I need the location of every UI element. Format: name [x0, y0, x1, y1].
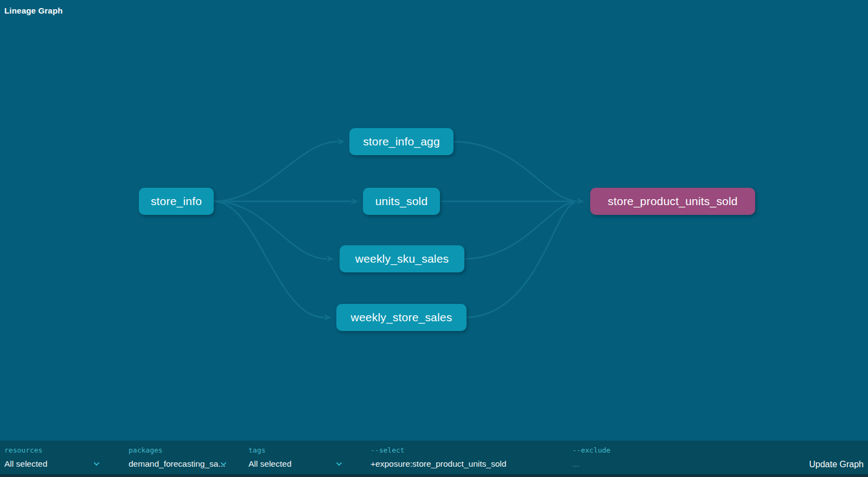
resources-dropdown[interactable]: All selected	[4, 458, 107, 469]
edge-agg-exposure	[455, 142, 574, 201]
edge-storesales-exposure	[468, 203, 574, 317]
filter-exclude: --exclude ...	[572, 446, 735, 469]
filter-select-label: --select	[371, 446, 566, 455]
filter-tags-label: tags	[248, 446, 352, 455]
select-input[interactable]: +exposure:store_product_units_sold	[371, 458, 566, 469]
page-title: Lineage Graph	[4, 6, 63, 15]
filter-packages-label: packages	[129, 446, 237, 455]
tags-dropdown-value: All selected	[248, 459, 291, 468]
chevron-down-icon	[93, 460, 100, 468]
node-weekly-store-sales[interactable]: weekly_store_sales	[336, 304, 467, 331]
packages-dropdown[interactable]: demand_forecasting_sa...	[129, 458, 237, 469]
edge-storeinfo-storesales	[214, 201, 324, 317]
filter-packages: packages demand_forecasting_sa...	[129, 446, 237, 469]
lineage-canvas[interactable]: store_info store_info_agg units_sold wee…	[0, 0, 868, 441]
edge-skusales-exposure	[465, 202, 574, 259]
resources-dropdown-value: All selected	[4, 459, 47, 468]
packages-dropdown-value: demand_forecasting_sa...	[129, 459, 225, 468]
edge-storeinfo-skusales	[214, 201, 327, 259]
filter-bar: resources All selected packages demand_f…	[0, 441, 868, 474]
exclude-input[interactable]: ...	[572, 458, 735, 469]
node-units-sold[interactable]: units_sold	[363, 188, 440, 215]
node-store-info[interactable]: store_info	[139, 188, 214, 215]
filter-resources: resources All selected	[4, 446, 107, 469]
node-store-info-agg[interactable]: store_info_agg	[349, 128, 454, 155]
node-weekly-sku-sales[interactable]: weekly_sku_sales	[340, 245, 464, 272]
filter-resources-label: resources	[4, 446, 107, 455]
bottom-strip	[0, 474, 868, 477]
node-store-product-units-sold[interactable]: store_product_units_sold	[590, 188, 755, 215]
filter-select: --select +exposure:store_product_units_s…	[371, 446, 566, 469]
filter-tags: tags All selected	[248, 446, 352, 469]
lineage-edges	[0, 0, 868, 441]
edge-storeinfo-agg	[214, 142, 337, 201]
update-graph-button[interactable]: Update Graph	[809, 460, 864, 469]
tags-dropdown[interactable]: All selected	[248, 458, 352, 469]
filter-exclude-label: --exclude	[572, 446, 735, 455]
chevron-down-icon	[335, 460, 343, 468]
